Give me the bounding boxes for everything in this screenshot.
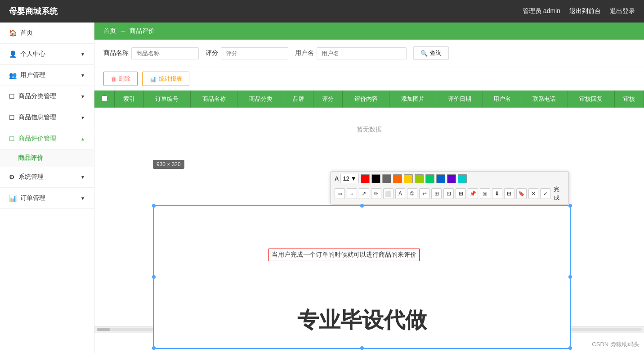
select-all-checkbox[interactable] bbox=[102, 95, 107, 101]
handle-mid-left[interactable] bbox=[152, 275, 156, 279]
col-date: 评价日期 bbox=[436, 91, 483, 108]
search-button[interactable]: 🔍 查询 bbox=[413, 46, 449, 60]
home-icon: 🏠 bbox=[9, 29, 17, 36]
handle-top-mid[interactable] bbox=[360, 204, 364, 208]
tool-rect[interactable]: ▭ bbox=[335, 188, 345, 199]
canvas-watermark: 专业毕设代做 bbox=[154, 306, 570, 335]
category-icon: ☐ bbox=[9, 93, 15, 100]
color-yellow[interactable] bbox=[404, 174, 413, 183]
col-rating: 评分 bbox=[313, 91, 343, 108]
sidebar-item-review-mgmt[interactable]: ☐ 商品评价管理 ▲ bbox=[0, 128, 94, 149]
admin-text: 管理员 admin bbox=[523, 7, 560, 15]
sidebar-item-category-mgmt[interactable]: ☐ 商品分类管理 ▼ bbox=[0, 86, 94, 107]
annotation-canvas[interactable]: 当用户完成一个订单的时候就可以进行商品的来评价 专业毕设代做 bbox=[153, 205, 571, 349]
sidebar-item-home[interactable]: 🏠 首页 bbox=[0, 23, 94, 44]
tool-close[interactable]: ✕ bbox=[528, 188, 539, 199]
chevron-down-icon-2: ▼ bbox=[80, 73, 85, 78]
chevron-down-icon-4: ▼ bbox=[80, 115, 85, 120]
tool-grid[interactable]: ⊞ bbox=[456, 188, 466, 199]
tool-bookmark[interactable]: 🔖 bbox=[516, 188, 527, 199]
text-annotation[interactable]: 当用户完成一个订单的时候就可以进行商品的来评价 bbox=[268, 249, 420, 261]
tool-pin[interactable]: 📌 bbox=[468, 188, 478, 199]
app-title: 母婴商城系统 bbox=[9, 6, 58, 17]
col-images: 添加图片 bbox=[389, 91, 436, 108]
col-index: 索引 bbox=[115, 91, 144, 108]
sidebar-item-user-mgmt[interactable]: 👥 用户管理 ▼ bbox=[0, 65, 94, 86]
handle-mid-right[interactable] bbox=[568, 275, 572, 279]
col-product-name: 商品名称 bbox=[190, 91, 237, 108]
handle-bottom-mid[interactable] bbox=[360, 346, 364, 350]
color-black[interactable] bbox=[371, 174, 380, 183]
order-icon: 📊 bbox=[9, 195, 17, 202]
tool-crop[interactable]: ⬜ bbox=[383, 188, 394, 199]
filter-product-name: 商品名称 bbox=[103, 47, 199, 59]
color-lime[interactable] bbox=[415, 174, 424, 183]
review-icon: ☐ bbox=[9, 135, 15, 142]
col-order-num: 订单编号 bbox=[143, 91, 190, 108]
color-gray[interactable] bbox=[382, 174, 391, 183]
logout-btn[interactable]: 退出登录 bbox=[610, 7, 635, 15]
sidebar-item-order-mgmt[interactable]: 📊 订单管理 ▼ bbox=[0, 188, 94, 209]
sidebar-label-order: 订单管理 bbox=[20, 194, 45, 202]
done-label[interactable]: 完成 bbox=[554, 186, 565, 202]
sidebar-item-personal[interactable]: 👤 个人中心 ▼ bbox=[0, 44, 94, 65]
tool-circle[interactable]: ○ bbox=[347, 188, 357, 199]
product-icon: ☐ bbox=[9, 114, 15, 121]
tool-mosaic[interactable]: ⊞ bbox=[431, 188, 442, 199]
tool-check[interactable]: ✓ bbox=[540, 188, 550, 199]
tool-split[interactable]: ⊟ bbox=[504, 188, 514, 199]
font-size-arrow: ▼ bbox=[351, 175, 357, 182]
tool-undo[interactable]: ↩ bbox=[419, 188, 429, 199]
filter-rating: 评分 bbox=[206, 47, 288, 59]
personal-icon: 👤 bbox=[9, 50, 17, 58]
rating-input[interactable] bbox=[221, 47, 288, 59]
breadcrumb-home[interactable]: 首页 bbox=[103, 27, 116, 35]
handle-bottom-right[interactable] bbox=[568, 346, 572, 350]
handle-bottom-left[interactable] bbox=[152, 346, 156, 350]
stats-icon: 📊 bbox=[149, 76, 157, 82]
rating-label: 评分 bbox=[206, 49, 218, 57]
tool-arrow[interactable]: ↗ bbox=[359, 188, 369, 199]
color-orange[interactable] bbox=[393, 174, 402, 183]
chevron-down-icon: ▼ bbox=[80, 52, 85, 57]
col-brand: 品牌 bbox=[284, 91, 313, 108]
filter-username: 用户名 bbox=[295, 47, 407, 59]
stats-button[interactable]: 📊 统计报表 bbox=[142, 72, 189, 86]
font-size-value: 12 bbox=[343, 175, 349, 182]
tool-blur[interactable]: ⊡ bbox=[443, 188, 454, 199]
color-blue[interactable] bbox=[436, 174, 445, 183]
breadcrumb-separator: → bbox=[120, 27, 126, 35]
col-category: 商品分类 bbox=[237, 91, 284, 108]
product-name-input[interactable] bbox=[131, 47, 199, 59]
color-red[interactable] bbox=[361, 174, 370, 183]
username-input[interactable] bbox=[317, 47, 407, 59]
exit-front-btn[interactable]: 退出到前台 bbox=[569, 7, 601, 15]
tool-pen[interactable]: ✏ bbox=[371, 188, 381, 199]
handle-top-right[interactable] bbox=[568, 204, 572, 208]
color-purple[interactable] bbox=[447, 174, 456, 183]
filter-bar: 商品名称 评分 用户名 🔍 查询 bbox=[94, 40, 644, 67]
tool-target[interactable]: ◎ bbox=[480, 188, 490, 199]
color-cyan[interactable] bbox=[458, 174, 467, 183]
tool-text[interactable]: A bbox=[395, 188, 406, 199]
scroll-thumb bbox=[97, 328, 110, 331]
tool-number[interactable]: ① bbox=[407, 188, 417, 199]
col-reply: 审核回复 bbox=[568, 91, 614, 108]
username-label: 用户名 bbox=[295, 49, 314, 57]
sidebar-item-system-mgmt[interactable]: ⚙ 系统管理 ▼ bbox=[0, 167, 94, 188]
chevron-down-icon-6: ▼ bbox=[80, 196, 85, 201]
breadcrumb-current: 商品评价 bbox=[130, 27, 155, 35]
sidebar: 🏠 首页 👤 个人中心 ▼ 👥 用户管理 ▼ ☐ 商品分类管理 ▼ bbox=[0, 23, 94, 353]
sidebar-subitem-product-review[interactable]: 商品评价 bbox=[0, 149, 94, 167]
tool-download[interactable]: ⬇ bbox=[492, 188, 502, 199]
color-green[interactable] bbox=[425, 174, 434, 183]
toolbar-row-tools: ▭ ○ ↗ ✏ ⬜ A ① ↩ ⊞ ⊡ ⊞ 📌 ◎ ⬇ ⊟ 🔖 ✕ ✓ 完成 bbox=[335, 186, 565, 202]
delete-button[interactable]: 🗑 删除 bbox=[103, 72, 138, 86]
search-btn-label: 查询 bbox=[430, 49, 442, 57]
font-size-selector[interactable]: 12 ▼ bbox=[340, 174, 358, 183]
sidebar-label-personal: 个人中心 bbox=[20, 50, 45, 58]
col-checkbox[interactable] bbox=[94, 91, 115, 108]
sidebar-item-product-mgmt[interactable]: ☐ 商品信息管理 ▼ bbox=[0, 107, 94, 128]
col-username: 用户名 bbox=[483, 91, 521, 108]
handle-top-left[interactable] bbox=[152, 204, 156, 208]
